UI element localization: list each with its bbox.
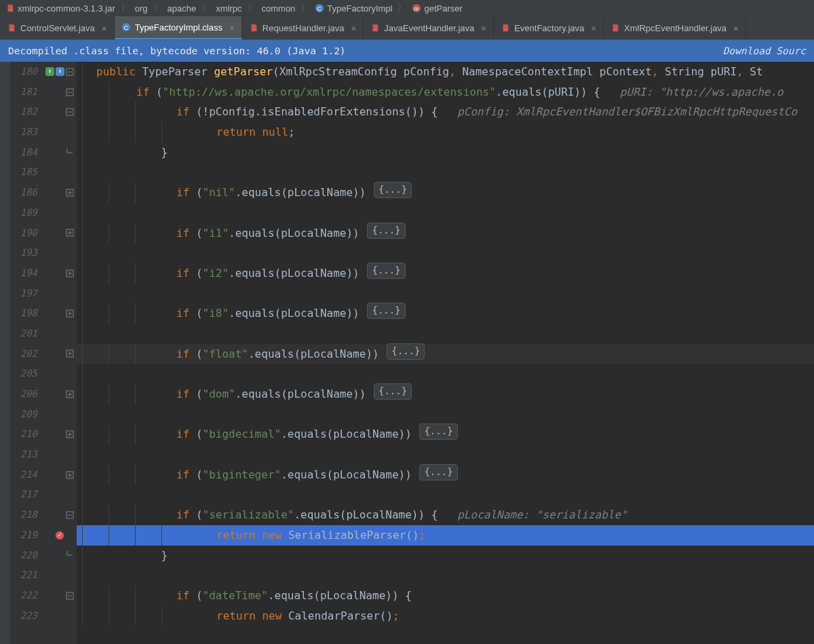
- fold-minus-icon[interactable]: [66, 511, 74, 519]
- breadcrumb-item[interactable]: org: [134, 3, 149, 14]
- gutter-line[interactable]: 183: [10, 122, 77, 143]
- gutter-line[interactable]: 180⬆⬇: [10, 62, 77, 82]
- code-line[interactable]: if ("float".equals(pLocalName)) {...}: [77, 344, 814, 364]
- code-line[interactable]: }: [77, 143, 814, 163]
- breadcrumb-item[interactable]: xmlrpc: [214, 3, 243, 14]
- gutter-line[interactable]: 210: [10, 424, 77, 444]
- gutter-line[interactable]: 185: [10, 162, 77, 183]
- code-line[interactable]: if ("i2".equals(pLocalName)) {...}: [77, 263, 814, 284]
- gutter-line[interactable]: 209: [10, 404, 77, 425]
- editor-tab[interactable]: RequestHandler.java×: [242, 16, 364, 39]
- fold-placeholder[interactable]: {...}: [367, 223, 405, 239]
- gutter-line[interactable]: 198: [10, 303, 77, 324]
- code-line[interactable]: [77, 444, 814, 465]
- fold-placeholder[interactable]: {...}: [387, 343, 425, 360]
- code-line[interactable]: [77, 162, 814, 183]
- gutter-line[interactable]: 220: [10, 546, 77, 566]
- gutter-line[interactable]: 218: [10, 505, 77, 525]
- code-line[interactable]: if ("i1".equals(pLocalName)) {...}: [77, 223, 814, 244]
- gutter-line[interactable]: 222: [10, 586, 77, 606]
- close-icon[interactable]: ×: [731, 23, 739, 33]
- breadcrumb-item[interactable]: CTypeFactoryImpl: [313, 3, 393, 14]
- gutter-line[interactable]: 223: [10, 606, 77, 626]
- code-line[interactable]: public TypeParser getParser(XmlRpcStream…: [77, 62, 814, 82]
- fold-placeholder[interactable]: {...}: [374, 182, 412, 198]
- gutter-line[interactable]: 182: [10, 102, 77, 122]
- fold-placeholder[interactable]: {...}: [419, 464, 457, 480]
- fold-plus-icon[interactable]: [66, 309, 74, 318]
- fold-plus-icon[interactable]: [66, 471, 74, 479]
- code-line[interactable]: [77, 565, 814, 586]
- fold-placeholder[interactable]: {...}: [367, 263, 405, 279]
- close-icon[interactable]: ×: [227, 22, 235, 33]
- code-line[interactable]: [77, 243, 814, 263]
- code-line[interactable]: return new SerializableParser();: [77, 525, 814, 546]
- fold-plus-icon[interactable]: [66, 229, 74, 237]
- code-line[interactable]: }: [77, 546, 814, 566]
- code-line[interactable]: return null;: [77, 122, 814, 143]
- override-icon[interactable]: ⬇: [56, 67, 64, 76]
- fold-plus-icon[interactable]: [66, 430, 74, 438]
- gutter-line[interactable]: 194: [10, 263, 77, 284]
- close-icon[interactable]: ×: [99, 23, 107, 33]
- fold-minus-icon[interactable]: [66, 592, 74, 600]
- breakpoint-icon[interactable]: [55, 531, 64, 540]
- code-line[interactable]: if ("i8".equals(pLocalName)) {...}: [77, 303, 814, 324]
- override-icon[interactable]: ⬆: [45, 67, 54, 76]
- gutter-line[interactable]: 197: [10, 284, 77, 304]
- gutter-line[interactable]: 201: [10, 324, 77, 344]
- code-area[interactable]: public TypeParser getParser(XmlRpcStream…: [77, 62, 814, 644]
- code-line[interactable]: if (!pConfig.isEnabledForExtensions()) {…: [77, 102, 814, 122]
- download-sources-link[interactable]: Download Sourc: [723, 45, 806, 56]
- close-icon[interactable]: ×: [349, 23, 357, 33]
- code-line[interactable]: [77, 364, 814, 384]
- close-icon[interactable]: ×: [478, 23, 486, 33]
- code-line[interactable]: if ("bigdecimal".equals(pLocalName)) {..…: [77, 424, 814, 444]
- gutter-line[interactable]: 205: [10, 364, 77, 384]
- fold-plus-icon[interactable]: [66, 189, 74, 197]
- gutter-line[interactable]: 189: [10, 203, 77, 223]
- code-line[interactable]: if ("http://ws.apache.org/xmlrpc/namespa…: [77, 82, 814, 102]
- fold-end-icon[interactable]: [66, 149, 74, 157]
- fold-placeholder[interactable]: {...}: [419, 423, 457, 440]
- gutter-line[interactable]: 193: [10, 243, 77, 263]
- gutter-line[interactable]: 190: [10, 223, 77, 244]
- code-line[interactable]: if ("nil".equals(pLocalName)) {...}: [77, 183, 814, 203]
- close-icon[interactable]: ×: [588, 23, 596, 33]
- gutter-line[interactable]: 221: [10, 565, 77, 586]
- breadcrumb-item[interactable]: xmlrpc-common-3.1.3.jar: [4, 3, 117, 14]
- gutter-line[interactable]: 202: [10, 344, 77, 364]
- code-line[interactable]: [77, 284, 814, 304]
- fold-minus-icon[interactable]: [66, 108, 74, 116]
- code-line[interactable]: if ("biginteger".equals(pLocalName)) {..…: [77, 465, 814, 485]
- code-line[interactable]: [77, 485, 814, 505]
- code-line[interactable]: if ("dom".equals(pLocalName)) {...}: [77, 384, 814, 404]
- fold-plus-icon[interactable]: [66, 269, 74, 278]
- breadcrumb-item[interactable]: mgetParser: [410, 3, 463, 14]
- fold-plus-icon[interactable]: [66, 390, 74, 398]
- editor-tab[interactable]: CTypeFactoryImpl.class×: [115, 16, 242, 39]
- code-line[interactable]: if ("dateTime".equals(pLocalName)) {: [77, 586, 814, 606]
- fold-minus-icon[interactable]: [66, 68, 74, 76]
- code-line[interactable]: if ("serializable".equals(pLocalName)) {…: [77, 505, 814, 525]
- code-line[interactable]: [77, 203, 814, 223]
- editor-tab[interactable]: XmlRpcEventHandler.java×: [604, 16, 746, 39]
- breadcrumb-item[interactable]: common: [260, 3, 297, 14]
- fold-minus-icon[interactable]: [66, 88, 74, 96]
- editor-tab[interactable]: EventFactory.java×: [494, 16, 604, 39]
- fold-placeholder[interactable]: {...}: [367, 303, 405, 319]
- gutter-line[interactable]: 206: [10, 384, 77, 404]
- gutter-line[interactable]: 181: [10, 82, 77, 102]
- fold-end-icon[interactable]: [66, 551, 74, 559]
- fold-plus-icon[interactable]: [66, 349, 74, 358]
- gutter-line[interactable]: 217: [10, 485, 77, 505]
- fold-placeholder[interactable]: {...}: [374, 383, 412, 400]
- code-line[interactable]: [77, 324, 814, 344]
- editor-tab[interactable]: JavaEventHandler.java×: [364, 16, 494, 39]
- gutter-line[interactable]: 213: [10, 444, 77, 465]
- gutter[interactable]: 180⬆⬇18118218318418518618919019319419719…: [10, 62, 77, 644]
- code-line[interactable]: return new CalendarParser();: [77, 606, 814, 626]
- code-line[interactable]: [77, 404, 814, 425]
- gutter-line[interactable]: 214: [10, 465, 77, 485]
- breadcrumb-item[interactable]: apache: [166, 3, 198, 14]
